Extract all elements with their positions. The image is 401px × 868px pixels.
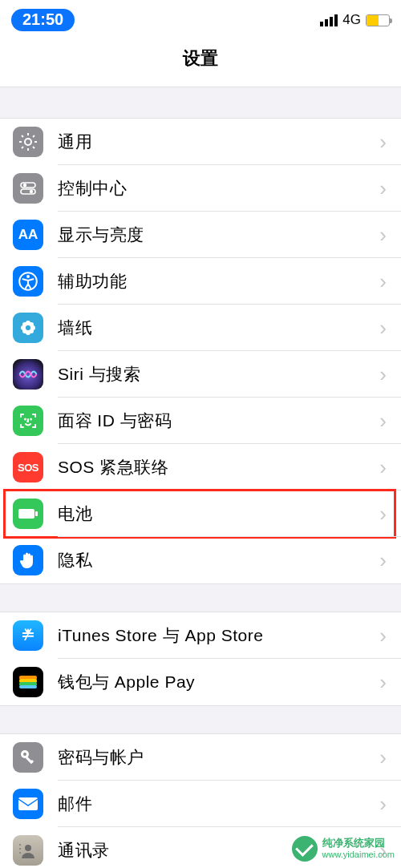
chevron-right-icon: › (379, 747, 401, 768)
row-itunes[interactable]: iTunes Store 与 App Store › (0, 612, 401, 659)
signal-icon (320, 14, 338, 26)
row-privacy[interactable]: 隐私 › (0, 537, 401, 583)
chevron-right-icon: › (379, 672, 401, 692)
chevron-right-icon: › (379, 271, 401, 292)
row-accessibility[interactable]: 辅助功能 › (0, 258, 401, 305)
svg-point-25 (30, 419, 31, 420)
svg-rect-27 (35, 511, 38, 516)
status-time: 21:50 (11, 9, 75, 31)
chevron-right-icon: › (379, 503, 401, 524)
sos-icon: SOS (13, 452, 43, 482)
svg-point-33 (23, 753, 26, 756)
svg-rect-40 (19, 852, 21, 854)
row-display[interactable]: AA 显示与亮度 › (0, 212, 401, 258)
row-label: 显示与亮度 (58, 224, 379, 246)
section-gap (0, 705, 401, 734)
svg-point-24 (25, 419, 26, 420)
settings-group-1: 通用 › 控制中心 › AA 显示与亮度 › 辅助功能 › 墙纸 › Siri … (0, 119, 401, 583)
row-label: SOS 紧急联络 (58, 456, 379, 478)
row-label: 通用 (58, 131, 379, 153)
row-label: 邮件 (58, 793, 379, 815)
svg-point-37 (25, 845, 31, 851)
svg-rect-31 (19, 685, 37, 688)
svg-rect-11 (21, 189, 35, 194)
chevron-right-icon: › (379, 224, 401, 245)
row-label: 钱包与 Apple Pay (58, 671, 379, 693)
row-label: Siri 与搜索 (58, 363, 379, 386)
battery-icon (366, 14, 390, 26)
faceid-icon (13, 406, 43, 436)
chevron-right-icon: › (379, 550, 401, 571)
svg-point-14 (26, 275, 30, 278)
wallet-icon (13, 667, 43, 697)
row-siri[interactable]: Siri 与搜索 › (0, 351, 401, 398)
row-faceid[interactable]: 面容 ID 与密码 › (0, 398, 401, 444)
row-battery[interactable]: 电池 › (0, 491, 401, 537)
chevron-right-icon: › (379, 410, 401, 431)
section-gap (0, 87, 401, 119)
chevron-right-icon: › (379, 178, 401, 199)
chevron-right-icon: › (379, 317, 401, 338)
svg-rect-38 (19, 844, 21, 846)
watermark-site: www.yidaimei.com (322, 850, 395, 860)
row-wallet[interactable]: 钱包与 Apple Pay › (0, 659, 401, 705)
network-label: 4G (342, 12, 361, 28)
watermark-brand: 纯净系统家园 (322, 838, 395, 850)
svg-point-12 (30, 190, 33, 193)
status-bar: 21:50 4G (0, 0, 401, 40)
chevron-right-icon: › (379, 793, 401, 814)
row-label: 密码与帐户 (58, 746, 379, 769)
row-general[interactable]: 通用 › (0, 119, 401, 165)
row-sos[interactable]: SOS SOS 紧急联络 › (0, 444, 401, 491)
row-label: iTunes Store 与 App Store (58, 624, 379, 647)
section-gap (0, 583, 401, 612)
svg-line-6 (33, 147, 34, 148)
appstore-icon (13, 620, 43, 651)
key-icon (13, 742, 43, 773)
row-wallpaper[interactable]: 墙纸 › (0, 305, 401, 351)
status-right: 4G (320, 12, 390, 28)
gear-icon (13, 127, 43, 157)
svg-point-10 (23, 184, 26, 187)
watermark: 纯净系统家园 www.yidaimei.com (292, 836, 395, 862)
mail-icon (13, 789, 43, 819)
chevron-right-icon: › (379, 457, 401, 478)
chevron-right-icon: › (379, 131, 401, 152)
svg-point-0 (25, 139, 31, 145)
svg-rect-39 (19, 848, 21, 850)
svg-line-8 (33, 135, 34, 137)
row-passwords[interactable]: 密码与帐户 › (0, 734, 401, 781)
svg-rect-26 (18, 509, 34, 519)
switches-icon (13, 173, 43, 204)
row-label: 隐私 (58, 549, 379, 571)
row-label: 辅助功能 (58, 270, 379, 293)
contacts-icon (13, 835, 43, 866)
watermark-badge-icon (292, 836, 318, 862)
siri-icon (13, 359, 43, 390)
battery-icon (13, 499, 43, 529)
row-label: 控制中心 (58, 177, 379, 200)
chevron-right-icon: › (379, 625, 401, 646)
svg-rect-36 (18, 797, 38, 810)
settings-group-2: iTunes Store 与 App Store › 钱包与 Apple Pay… (0, 612, 401, 705)
row-control-center[interactable]: 控制中心 › (0, 165, 401, 212)
row-label: 面容 ID 与密码 (58, 410, 379, 432)
svg-line-7 (22, 147, 23, 148)
accessibility-icon (13, 266, 43, 297)
flower-icon (13, 313, 43, 343)
svg-point-23 (26, 325, 30, 330)
aa-icon: AA (13, 220, 43, 250)
svg-rect-9 (21, 183, 35, 188)
page-title: 设置 (0, 40, 401, 87)
svg-line-5 (22, 135, 23, 137)
row-label: 墙纸 (58, 317, 379, 339)
chevron-right-icon: › (379, 364, 401, 385)
row-mail[interactable]: 邮件 › (0, 781, 401, 827)
row-label: 电池 (58, 503, 379, 525)
hand-icon (13, 545, 43, 575)
